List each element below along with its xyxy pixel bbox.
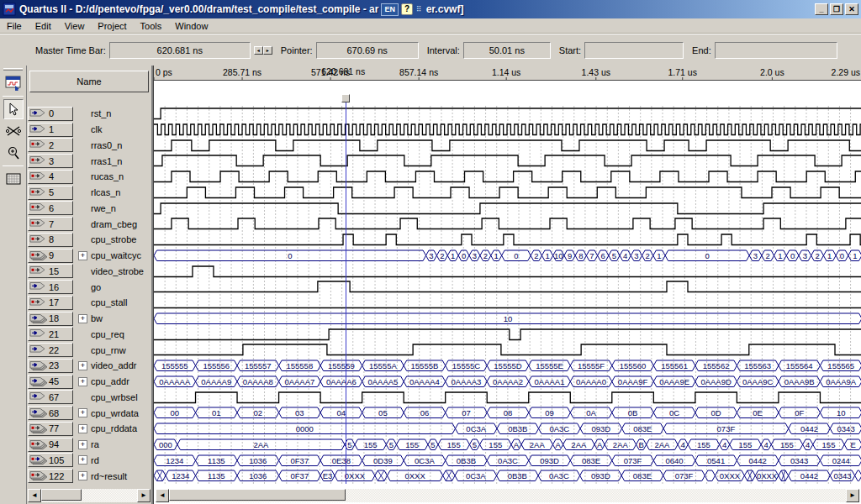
signal-row-cpu_addr[interactable]: 45+cpu_addr	[27, 374, 151, 390]
signal-number-button[interactable]: 2	[28, 138, 73, 152]
signal-number-button[interactable]: 94	[28, 438, 73, 452]
menu-project[interactable]: Project	[91, 20, 133, 32]
timeline-ruler[interactable]: 0 ps285.71 ns571.42 ns857.14 ns1.14 us1.…	[154, 66, 861, 81]
signal-row-rlcas_n[interactable]: 5+rlcas_n	[27, 185, 151, 201]
expand-icon[interactable]: +	[78, 251, 87, 260]
signal-row-cpu_wrdata[interactable]: 68+cpu_wrdata	[27, 405, 151, 421]
signal-number-button[interactable]: 17	[28, 296, 73, 310]
scrollbar-track[interactable]	[169, 489, 846, 502]
wave-cpu_req[interactable]	[154, 327, 861, 343]
wave-cpu_rddata[interactable]: 00000C3A0B3B0A3C093D083E073F04420343	[154, 421, 861, 437]
signal-number-button[interactable]: 67	[28, 390, 73, 404]
signal-number-button[interactable]: 16	[28, 280, 73, 294]
close-button[interactable]: ✕	[845, 3, 858, 15]
wave-rd[interactable]: 1234113510360F370E380D390C3A0B3B0A3C093D…	[154, 453, 861, 469]
signal-row-cpu_rddata[interactable]: 77+cpu_rddata	[27, 421, 151, 437]
selection-tool-icon[interactable]	[3, 99, 24, 119]
wave-rucas_n[interactable]	[154, 169, 861, 185]
signal-row-cpu_rnw[interactable]: 22+cpu_rnw	[27, 342, 151, 358]
signal-row-video_addr[interactable]: 23+video_addr	[27, 358, 151, 374]
waveform-rows[interactable]: 0321032102110987654321032103210110155555…	[154, 106, 861, 484]
restore-button[interactable]: ❐	[830, 3, 843, 15]
signal-row-ra[interactable]: 94+ra	[27, 437, 151, 453]
langbar-grip[interactable]: ⠿	[416, 5, 423, 13]
signal-row-dram_cbeg[interactable]: 7+dram_cbeg	[27, 216, 151, 232]
signal-row-cpu_strobe[interactable]: 8+cpu_strobe	[27, 232, 151, 248]
waveform-panel[interactable]: 0 ps285.71 ns571.42 ns857.14 ns1.14 us1.…	[153, 66, 861, 504]
signal-number-button[interactable]: 7	[28, 217, 73, 231]
signal-number-button[interactable]: 1	[28, 123, 73, 137]
spin-right-icon[interactable]: ▸	[263, 46, 272, 55]
signal-number-button[interactable]: 18	[28, 312, 73, 326]
zoom-tool-icon[interactable]	[3, 143, 24, 163]
signal-row-rd~result[interactable]: 122+rd~result	[27, 468, 151, 484]
wave-clk[interactable]	[154, 122, 861, 138]
wave-cpu_waitcyc[interactable]: 03210321021109876543210321032101	[154, 248, 861, 264]
signal-number-button[interactable]: 4	[28, 170, 73, 184]
wave-video_addr[interactable]: 15555515555615555715555815555915555A1555…	[154, 358, 861, 374]
menu-view[interactable]: View	[58, 20, 92, 32]
wave-cpu_wrbsel[interactable]	[154, 390, 861, 406]
wave-go[interactable]	[154, 279, 861, 295]
name-panel-hscrollbar[interactable]: ◄ ►	[28, 489, 151, 502]
signal-number-button[interactable]: 6	[28, 201, 73, 215]
signal-number-button[interactable]: 105	[28, 453, 73, 467]
title-bar[interactable]: Quartus II - D:/d/pentevo/fpga/_ver0.00/…	[0, 0, 861, 18]
signal-number-button[interactable]: 68	[28, 406, 73, 420]
wave-video_strobe[interactable]	[154, 264, 861, 280]
scroll-right-icon[interactable]: ►	[846, 489, 859, 502]
signal-number-button[interactable]: 9	[28, 249, 73, 263]
expand-icon[interactable]: +	[78, 440, 87, 449]
help-icon[interactable]: ?	[401, 3, 413, 15]
wave-cpu_addr[interactable]: 0AAAAA0AAAA90AAAA80AAAA70AAAA60AAAA50AAA…	[154, 374, 861, 390]
menu-file[interactable]: File	[0, 20, 29, 32]
signal-number-button[interactable]: 22	[28, 343, 73, 357]
wave-rlcas_n[interactable]	[154, 185, 861, 201]
wave-cpu_stall[interactable]	[154, 295, 861, 311]
menu-window[interactable]: Window	[168, 20, 214, 32]
wave-cpu_strobe[interactable]	[154, 232, 861, 248]
spin-left-icon[interactable]: ◂	[254, 46, 263, 55]
signal-number-button[interactable]: 8	[28, 233, 73, 247]
wave-bw[interactable]: 10	[154, 311, 861, 327]
scrollbar-thumb[interactable]	[169, 489, 346, 501]
wave-dram_cbeg[interactable]	[154, 216, 861, 232]
signal-row-cpu_stall[interactable]: 17+cpu_stall	[27, 295, 151, 311]
signal-row-video_strobe[interactable]: 15+video_strobe	[27, 264, 151, 280]
wave-rras1_n[interactable]	[154, 153, 861, 169]
wave-cpu_wrdata[interactable]: 000102030405060708090A0B0C0D0E0F10	[154, 405, 861, 421]
signal-row-rd[interactable]: 105+rd	[27, 453, 151, 469]
scroll-left-icon[interactable]: ◄	[28, 489, 41, 502]
signal-number-button[interactable]: 3	[28, 154, 73, 168]
expand-icon[interactable]: +	[78, 408, 87, 417]
expand-icon[interactable]: +	[78, 471, 87, 480]
scrollbar-thumb[interactable]	[41, 489, 82, 501]
scrollbar-track[interactable]	[41, 489, 137, 502]
signal-row-clk[interactable]: 1+clk	[27, 122, 151, 138]
expand-icon[interactable]: +	[78, 455, 87, 465]
signal-row-rucas_n[interactable]: 4+rucas_n	[27, 169, 151, 185]
master-time-bar-field[interactable]: 620.681 ns	[109, 42, 251, 59]
master-time-spinner[interactable]: ◂ ▸	[254, 46, 272, 55]
signal-row-rwe_n[interactable]: 6+rwe_n	[27, 201, 151, 217]
signal-number-button[interactable]: 0	[28, 107, 73, 121]
wave-cpu_rnw[interactable]	[154, 342, 861, 358]
wave-rras0_n[interactable]	[154, 138, 861, 154]
signal-row-cpu_wrbsel[interactable]: 67+cpu_wrbsel	[27, 390, 151, 406]
expand-icon[interactable]: +	[78, 377, 87, 386]
signal-number-button[interactable]: 77	[28, 422, 73, 436]
signal-row-rras1_n[interactable]: 3+rras1_n	[27, 153, 151, 169]
scroll-right-icon[interactable]: ►	[137, 489, 151, 502]
signal-row-cpu_waitcyc[interactable]: 9+cpu_waitcyc	[27, 248, 151, 264]
wave-rst_n[interactable]	[154, 106, 861, 122]
expand-icon[interactable]: +	[78, 361, 87, 370]
scroll-left-icon[interactable]: ◄	[156, 489, 169, 502]
menu-edit[interactable]: Edit	[29, 20, 58, 32]
minimize-button[interactable]: _	[815, 3, 828, 15]
signal-row-cpu_req[interactable]: 21+cpu_req	[27, 327, 151, 343]
wave-rd~result[interactable]: 1234113510360F37E30XXX0XXX0C3A0B3B0A3C09…	[154, 468, 861, 484]
waveform-hscrollbar[interactable]: ◄ ►	[156, 489, 859, 502]
wave-ra[interactable]: 0002AA5155515551555155A2AAA2AAA2AAB2AA41…	[154, 437, 861, 453]
expand-icon[interactable]: +	[78, 314, 87, 323]
palette-grip[interactable]	[3, 68, 23, 71]
